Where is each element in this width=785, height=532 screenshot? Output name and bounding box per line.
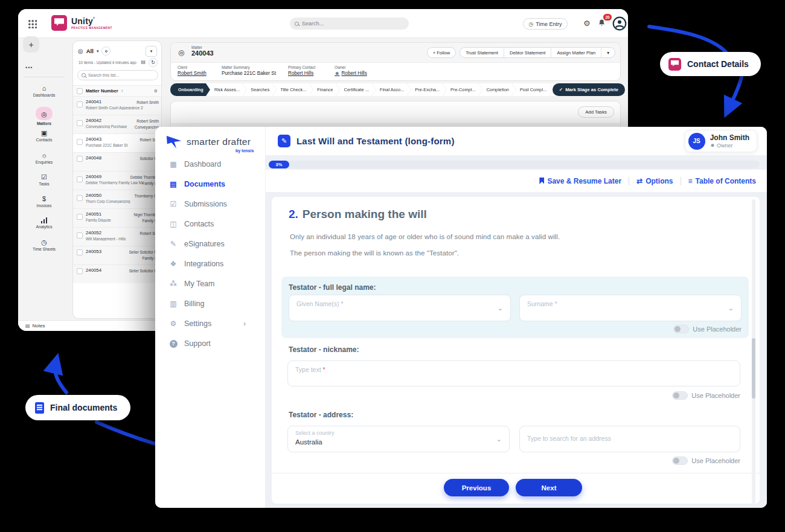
sidebar-item-matters[interactable]: ◎ Matters: [18, 107, 70, 126]
new-item-button[interactable]: +: [23, 36, 39, 53]
unity-brand: Unity°: [71, 16, 95, 26]
pin-icon[interactable]: [101, 46, 111, 56]
notifications-bell-icon[interactable]: [598, 19, 606, 30]
address-search-input[interactable]: Type to search for an address: [519, 426, 740, 452]
matter-row[interactable]: 240049Debbie Thornberry Family Law Matte…: [73, 171, 161, 190]
trust-statement-button[interactable]: Trust Statement: [460, 48, 504, 57]
matter-row[interactable]: 240052Will Management - HillsRobert Smi: [73, 227, 161, 246]
matter-row[interactable]: 240048Solicitor Fir: [73, 152, 161, 171]
mark-stage-complete-button[interactable]: ✓ Mark Stage as Complete: [553, 83, 625, 96]
nav-integrations[interactable]: ❖Integrations: [155, 256, 266, 272]
stage-tab[interactable]: Finance: [309, 83, 339, 96]
toolbar-divider: [681, 177, 681, 185]
matter-rows: 240041Robert Smith Court Appearance 2024…: [73, 96, 161, 283]
list-search-input[interactable]: Search this list...: [77, 70, 158, 80]
stage-tab[interactable]: Final Acco...: [372, 83, 411, 96]
stage-tab[interactable]: Searches: [243, 83, 276, 96]
nav-documents[interactable]: ▤Documents: [155, 176, 266, 192]
previous-button[interactable]: Previous: [444, 479, 509, 496]
unity-topbar: Unity° PRACTICE MANAGEMENT Search... ◷ T…: [18, 9, 628, 38]
country-select[interactable]: Select a country Australia ⌄: [287, 426, 510, 452]
stage-tab[interactable]: Certificate ...: [336, 83, 376, 96]
nav-dashboard[interactable]: ▦Dashboard: [155, 156, 266, 172]
scrollbar-thumb[interactable]: [752, 338, 755, 399]
stage-tab[interactable]: Post Compl...: [512, 83, 553, 96]
nav-esignatures[interactable]: ✎eSignatures: [155, 236, 266, 252]
nav-submissions[interactable]: ☑Submissions: [155, 196, 266, 212]
sidebar-item-invoices[interactable]: $ Invoices: [18, 196, 70, 208]
use-placeholder-toggle[interactable]: [673, 325, 689, 333]
follow-button[interactable]: + Follow: [427, 47, 457, 58]
document-title: Last Will and Testament (long-form): [296, 136, 455, 146]
given-names-select[interactable]: Given Name(s) * ⌄: [289, 295, 511, 321]
table-of-contents-link[interactable]: ≡Table of Contents: [688, 177, 756, 185]
stage-tab[interactable]: Completion: [479, 83, 516, 96]
sidebar-item-tasks[interactable]: ☑ Tasks: [18, 174, 70, 186]
settings-gear-icon[interactable]: ⚙: [583, 19, 591, 28]
sidebar-item-analytics[interactable]: Analytics: [18, 217, 70, 229]
list-filter[interactable]: ◎ All ▾: [78, 46, 111, 56]
use-placeholder-toggle[interactable]: [672, 457, 688, 465]
options-link[interactable]: ⇄Options: [636, 177, 673, 185]
check-icon: ✓: [559, 87, 563, 92]
form-scrollbar[interactable]: [752, 199, 755, 504]
next-button[interactable]: Next: [516, 479, 582, 496]
matter-row[interactable]: 240054Seller Solicitor Fir: [73, 264, 161, 283]
more-actions-icon[interactable]: •••: [25, 65, 33, 71]
nav-my-team[interactable]: ⁂My Team: [155, 276, 266, 292]
list-count: 10 items - Updated 4 minutes ago: [78, 60, 138, 65]
user-card[interactable]: JS John Smith ☻Owner: [685, 130, 757, 152]
matter-row[interactable]: 240042Conveyancing PurchaseRobert SmithC…: [73, 115, 161, 133]
user-avatar: JS: [688, 133, 705, 150]
stage-tab-active[interactable]: Onboarding: [170, 83, 210, 96]
surname-select[interactable]: Surname * ⌄: [519, 295, 742, 321]
matter-row[interactable]: 240041Robert Smith Court Appearance 2024…: [73, 96, 161, 115]
billing-icon: ▥: [168, 300, 178, 307]
nav-settings[interactable]: ⚙Settings›: [155, 316, 266, 332]
nav-billing[interactable]: ▥Billing: [155, 296, 266, 312]
use-placeholder-toggle[interactable]: [672, 391, 688, 400]
field-group-label: Testator - full legal name:: [289, 283, 376, 292]
field-group-label: Testator - nickname:: [289, 345, 359, 354]
layout-icon[interactable]: ▤: [141, 59, 146, 65]
column-settings-icon[interactable]: ⚙: [154, 89, 158, 94]
select-all-checkbox[interactable]: [77, 88, 83, 94]
save-resume-link[interactable]: Save & Resume Later: [539, 177, 621, 185]
debtor-statement-button[interactable]: Debtor Statement: [504, 48, 551, 57]
matter-row[interactable]: 240050Thorn Corp ConveyancingThornberry …: [73, 190, 161, 208]
add-tasks-button[interactable]: Add Tasks: [578, 106, 614, 118]
stage-tab[interactable]: Pre-Excha...: [407, 83, 446, 96]
document-icon: ▤: [168, 181, 178, 188]
primary-contact-link[interactable]: Robert Hills: [288, 71, 315, 76]
global-search[interactable]: Search...: [290, 18, 409, 30]
matter-row-selected[interactable]: 240043Purchase 221C Baker StRobert Smi: [73, 133, 161, 152]
form-footer: Previous Next: [272, 473, 760, 504]
sidebar-item-contacts[interactable]: ▣ Contacts: [18, 130, 70, 142]
sidebar-item-time-sheets[interactable]: ◷ Time Sheets: [18, 239, 70, 251]
contacts-card-icon: ◫: [168, 220, 178, 228]
app-launcher-icon[interactable]: [28, 19, 37, 28]
time-entry-button[interactable]: ◷ Time Entry: [523, 18, 568, 30]
nav-support[interactable]: ?Support: [155, 336, 266, 351]
list-dropdown-button[interactable]: ▾: [146, 46, 157, 57]
notes-icon: ▤: [25, 323, 30, 328]
more-actions-caret[interactable]: ▾: [601, 48, 615, 57]
client-link[interactable]: Robert Smith: [178, 71, 207, 76]
list-column-header[interactable]: Matter Number ↑ ⚙: [73, 85, 161, 96]
sidebar-item-enquiries[interactable]: ☼ Enquiries: [18, 152, 70, 164]
assign-matter-plan-button[interactable]: Assign Matter Plan: [551, 48, 601, 57]
matter-row[interactable]: 240053Seller Solicitor FirFamily La: [73, 246, 161, 264]
user-avatar-icon[interactable]: [612, 16, 627, 33]
stage-tab[interactable]: Pre-Compl...: [443, 83, 482, 96]
matter-list-panel: ◎ All ▾ ▾ 10 items - Updated 4 minutes a…: [72, 40, 162, 319]
nav-contacts[interactable]: ◫Contacts: [155, 216, 266, 232]
owner-link[interactable]: Robert Hills: [341, 71, 367, 76]
matter-header-card: ◎ Matter 240043 + Follow Trust Statement…: [170, 42, 621, 81]
matter-row[interactable]: 240051Family DisputeNigel ThornberFamily…: [73, 208, 161, 227]
sidebar-item-dashboards[interactable]: ⌂ Dashboards: [18, 85, 70, 97]
stage-tab[interactable]: Title Check...: [272, 83, 313, 96]
nickname-input[interactable]: Type text *: [287, 361, 740, 386]
stage-tab[interactable]: Risk Asses...: [207, 83, 246, 96]
refresh-icon[interactable]: ↻: [149, 58, 158, 67]
chevron-down-icon: ⌄: [728, 304, 734, 312]
